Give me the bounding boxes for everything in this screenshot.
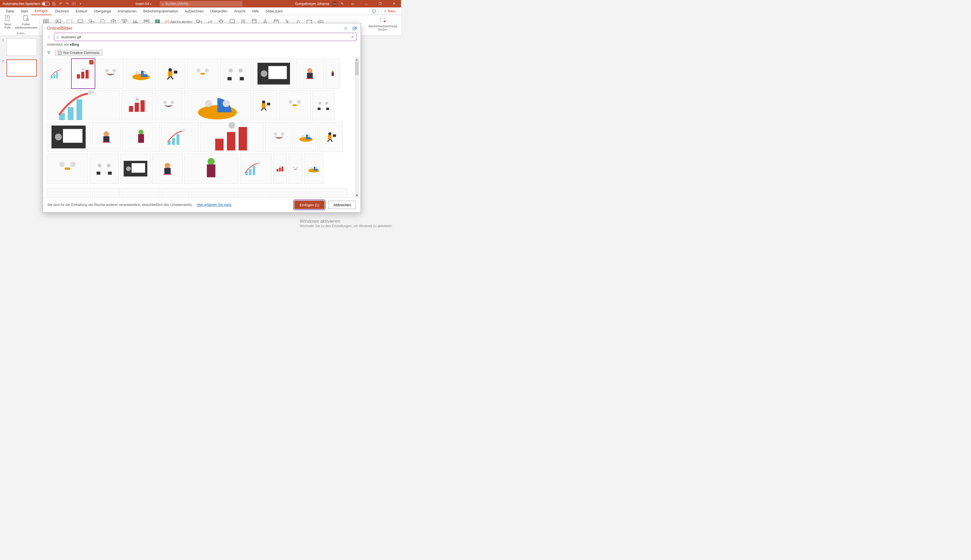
qat-dropdown-icon[interactable]: ▾ <box>78 2 83 6</box>
svg-point-68 <box>163 101 167 104</box>
result-tile[interactable] <box>312 90 334 120</box>
result-tile[interactable] <box>253 58 294 88</box>
result-tile[interactable] <box>273 153 287 183</box>
result-tile[interactable] <box>304 153 323 183</box>
result-tile[interactable] <box>155 90 182 120</box>
redo-icon[interactable]: ↷ <box>65 2 69 6</box>
result-tile[interactable] <box>240 153 272 183</box>
new-slide-button[interactable]: Neue Folie <box>4 14 12 29</box>
result-tile[interactable] <box>122 90 153 120</box>
autosave-toggle[interactable]: Automatisches Speichern <box>3 2 50 6</box>
tab-entwurf[interactable]: Entwurf <box>72 7 90 15</box>
result-tile[interactable] <box>162 188 189 197</box>
tab-datei[interactable]: Datei <box>3 7 17 15</box>
result-tile[interactable] <box>187 58 219 88</box>
learn-more-link[interactable]: Hier erfahren Sie mehr <box>197 203 232 207</box>
feedback-smile-icon[interactable]: ☺ <box>344 26 348 31</box>
tab-praesentation[interactable]: Bildschirmpräsentation <box>140 7 181 15</box>
tab-uebergaenge[interactable]: Übergänge <box>91 7 114 15</box>
comments-button[interactable]: 💬 <box>370 8 379 14</box>
restore-icon[interactable]: ❐ <box>375 0 385 7</box>
result-tile[interactable] <box>279 90 310 120</box>
tell-me-search[interactable]: ⌕ Suchen (Alt+M) <box>160 1 242 7</box>
svg-point-80 <box>325 102 328 104</box>
result-tile[interactable] <box>93 188 120 197</box>
svg-point-73 <box>262 100 265 104</box>
clear-search-icon[interactable]: ✕ <box>351 35 354 39</box>
tab-einfuegen[interactable]: Einfügen <box>32 7 52 15</box>
tab-zeichnen[interactable]: Zeichnen <box>52 7 72 15</box>
reuse-slides-button[interactable]: Folien wiederverwenden <box>15 14 37 29</box>
scrollbar-thumb[interactable] <box>355 62 359 75</box>
image-search-input[interactable] <box>62 35 349 39</box>
result-tile[interactable] <box>92 122 121 152</box>
result-tile[interactable] <box>200 122 264 152</box>
pen-icon[interactable]: ✎ <box>340 2 344 6</box>
result-tile[interactable] <box>47 188 91 197</box>
result-tile[interactable] <box>152 153 183 183</box>
tab-slidelizard[interactable]: SlideLizard <box>262 7 286 15</box>
result-tile[interactable] <box>237 188 270 197</box>
scroll-up-icon[interactable]: ▲ <box>355 58 359 62</box>
minimize-icon[interactable]: — <box>361 0 372 7</box>
tab-aufzeichnen[interactable]: Aufzeichnen <box>182 7 207 15</box>
result-tile[interactable] <box>126 58 156 88</box>
result-tile[interactable] <box>47 153 88 183</box>
tab-hilfe[interactable]: Hilfe <box>249 7 262 15</box>
result-tile[interactable] <box>191 188 235 197</box>
save-icon[interactable] <box>52 2 56 6</box>
result-tile[interactable]: ✓ <box>71 58 95 88</box>
svg-point-93 <box>182 128 185 132</box>
scroll-down-icon[interactable]: ▼ <box>355 193 359 197</box>
result-tile[interactable] <box>123 122 160 152</box>
result-tile[interactable] <box>309 188 347 197</box>
screen-recording-button[interactable]: ildschirmaufzeichnung <box>369 16 397 28</box>
filter-icon[interactable] <box>47 51 51 55</box>
result-tile[interactable] <box>289 153 302 183</box>
result-tile[interactable] <box>296 58 324 88</box>
reuse-slides-icon <box>22 14 30 22</box>
result-tile[interactable] <box>252 90 277 120</box>
tab-ueberpruefen[interactable]: Überprüfen <box>207 7 231 15</box>
result-tile[interactable] <box>120 153 151 183</box>
result-tile[interactable] <box>265 122 293 152</box>
slide-thumb-2[interactable]: 2 <box>2 60 39 77</box>
result-tile[interactable] <box>122 188 160 197</box>
svg-point-132 <box>315 167 317 169</box>
result-tile[interactable] <box>220 58 252 88</box>
present-from-start-icon[interactable] <box>72 2 76 6</box>
ribbon-display-icon[interactable]: ▭ <box>347 0 358 7</box>
undo-icon[interactable]: ↶ <box>58 2 63 6</box>
dialog-close-icon[interactable]: ✕ <box>354 26 358 30</box>
user-avatar[interactable]: GJ <box>332 2 337 6</box>
insert-button[interactable]: Einfügen (1) <box>294 201 324 209</box>
result-tile[interactable] <box>294 122 318 152</box>
result-tile[interactable] <box>184 153 238 183</box>
result-tile[interactable] <box>319 122 343 152</box>
autosave-switch-icon[interactable] <box>42 2 50 6</box>
result-tile[interactable] <box>47 90 120 120</box>
tab-ansicht[interactable]: Ansicht <box>231 7 249 15</box>
tab-start[interactable]: Start <box>17 7 31 15</box>
image-search-field[interactable]: ⌕ ✕ <box>54 33 357 41</box>
result-tile[interactable] <box>184 90 251 120</box>
result-tile[interactable] <box>161 122 199 152</box>
cancel-button[interactable]: Abbrechen <box>328 201 356 209</box>
result-tile[interactable] <box>47 58 70 88</box>
svg-rect-57 <box>307 73 313 79</box>
result-tile[interactable] <box>90 153 119 183</box>
result-tile[interactable] <box>272 188 307 197</box>
svg-point-58 <box>332 71 334 73</box>
close-window-icon[interactable]: ✕ <box>388 0 399 7</box>
tab-animationen[interactable]: Animationen <box>114 7 140 15</box>
result-tile[interactable] <box>158 58 185 88</box>
svg-point-67 <box>135 98 139 101</box>
slide-thumb-1[interactable]: 1 <box>2 38 39 56</box>
result-tile[interactable] <box>97 58 124 88</box>
back-icon[interactable]: ← <box>47 34 51 39</box>
scrollbar-track[interactable]: ▲ ▼ <box>355 58 359 197</box>
result-tile[interactable] <box>325 58 340 88</box>
creative-commons-checkbox[interactable]: ✓ Nur Creative Commons <box>55 50 102 56</box>
result-tile[interactable] <box>47 122 90 152</box>
share-button[interactable]: ↗ Teilen <box>381 8 398 14</box>
